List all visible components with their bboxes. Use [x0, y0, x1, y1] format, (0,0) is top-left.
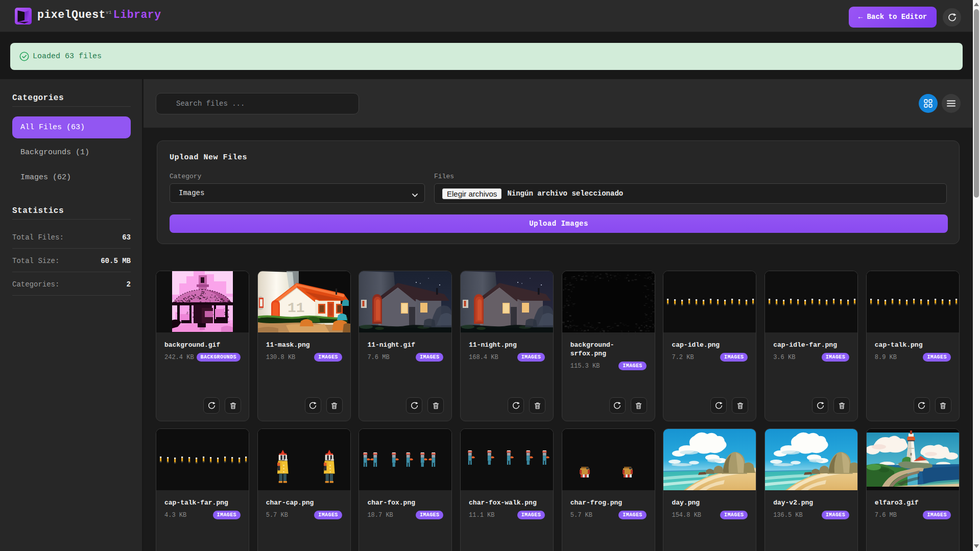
svg-text:11: 11 — [288, 300, 305, 316]
